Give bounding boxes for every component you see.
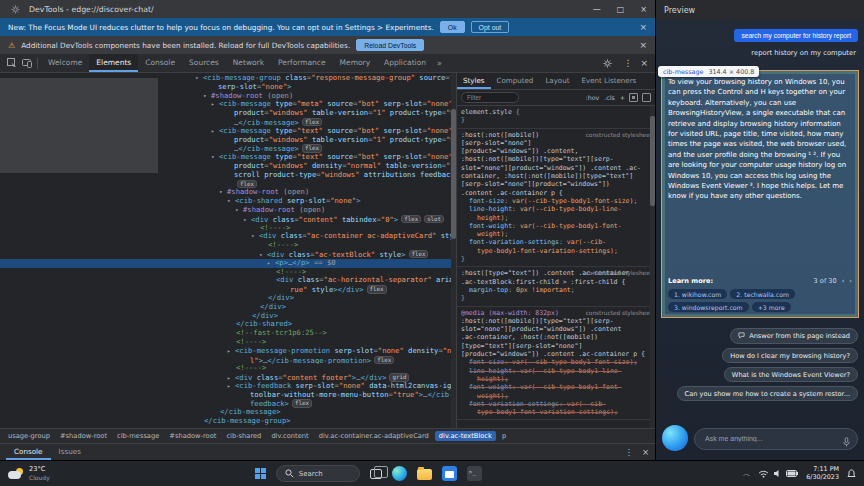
taskbar-search[interactable]: Search	[276, 465, 360, 482]
tree-row[interactable]: <!--fast-tcr1p6:25-->	[0, 329, 456, 338]
styles-toggle[interactable]: .cls	[604, 94, 615, 101]
tree-row[interactable]: …</cib-message>flex	[0, 118, 456, 127]
tree-row[interactable]: ▸<cib-message-promotion serp-slot="none"…	[0, 347, 456, 356]
ok-button[interactable]: Ok	[440, 21, 465, 33]
tab-elements[interactable]: Elements	[89, 54, 138, 72]
css-line[interactable]: [serp-slot="none"][product="windows"])	[461, 180, 651, 188]
stylesheet-source-link[interactable]: constructed stylesheet	[586, 131, 652, 139]
layout-badge[interactable]: flex	[302, 118, 322, 126]
stylesheet-source-link[interactable]: constructed stylesheet	[586, 309, 652, 317]
reload-devtools-button[interactable]: Reload DevTools	[356, 39, 424, 51]
tree-row[interactable]: ▸<div class="content footer">…</div>grid	[0, 373, 456, 382]
tree-row[interactable]: rue" style></div>flex	[0, 285, 456, 294]
terminal-icon[interactable]	[467, 466, 482, 481]
css-line[interactable]: :host(:not([mobile])[type="text"][serp-	[461, 317, 651, 325]
tree-row[interactable]: …</cib-message>flex	[0, 144, 456, 153]
edge-browser-icon[interactable]	[392, 466, 407, 481]
close-icon[interactable]: ×	[640, 5, 647, 14]
layout-badge[interactable]: slot	[424, 215, 444, 223]
more-tabs-icon[interactable]: »	[433, 59, 446, 68]
tree-row[interactable]: ▸<cib-feedback serp-slot="none" data-htm…	[0, 382, 456, 391]
drawer-tab-issues[interactable]: Issues	[51, 444, 89, 460]
layout-badge[interactable]: flex	[302, 144, 322, 152]
css-line[interactable]: element.style {	[461, 108, 651, 116]
css-line[interactable]: [product="windows"]) .content .ac-contai…	[461, 350, 651, 358]
layout-badge[interactable]: flex	[374, 356, 394, 364]
microphone-icon[interactable]	[843, 432, 850, 451]
drawer-more-menu-icon[interactable]: ⋮	[624, 447, 633, 457]
notifications-bell-icon[interactable]	[847, 469, 856, 479]
layout-badge[interactable]: flex	[237, 180, 257, 188]
css-line[interactable]: type-body1-font-variation-settings);	[461, 247, 651, 255]
twisty-closed-icon[interactable]: ▸	[227, 382, 235, 391]
css-line[interactable]: }	[461, 294, 651, 302]
tree-row[interactable]: </div>	[0, 303, 456, 312]
tree-row[interactable]: serp-slot="none">	[0, 83, 456, 92]
styles-filter-input[interactable]	[461, 92, 519, 103]
search-computer-button[interactable]: search my computer for history report	[734, 29, 858, 42]
file-explorer-icon[interactable]	[417, 469, 432, 480]
drawer-tab-console[interactable]: Console	[6, 444, 51, 460]
breadcrumb-item[interactable]: #shadow-root	[165, 431, 220, 441]
tree-row[interactable]: scroll product-type="windows" attributio…	[0, 171, 456, 180]
css-line[interactable]: line-height: var(--cib-type-body1-line-	[461, 205, 651, 213]
styles-tab-computed[interactable]: Computed	[491, 73, 540, 89]
twisty-closed-icon[interactable]: ▸	[211, 100, 219, 109]
breadcrumb-item[interactable]: div.ac-textBlock	[435, 431, 496, 441]
breadcrumb-item[interactable]: div.ac-container.ac-adaptiveCard	[315, 431, 433, 441]
ask-input[interactable]	[694, 428, 858, 450]
close-devtools-icon[interactable]: ×	[640, 58, 648, 68]
microsoft-store-icon[interactable]	[442, 466, 457, 481]
citation-chip[interactable]: 3. windowsreport.com	[668, 302, 749, 312]
maximize-icon[interactable]: □	[617, 5, 625, 14]
tree-row[interactable]: ▾<cib-shared serp-slot="none">	[0, 197, 456, 206]
minimize-icon[interactable]: —	[593, 5, 601, 14]
taskbar-clock[interactable]: 7:11 PM 6/30/2023	[806, 466, 839, 481]
css-line[interactable]: font-variation-settings: var(--cib-	[461, 400, 651, 408]
css-line[interactable]: [type="text"][serp-slot="none"]	[461, 342, 651, 350]
tree-row[interactable]: product="windows" table-version="1" prod…	[0, 109, 456, 118]
css-line[interactable]: container, :host(:not([mobile])[type="te…	[461, 172, 651, 180]
twisty-open-icon[interactable]: ▾	[259, 251, 267, 259]
bing-copilot-icon[interactable]	[662, 425, 688, 451]
tree-row[interactable]: <!---->	[0, 241, 456, 250]
tree-row[interactable]: </cib-shared>	[0, 320, 456, 329]
tree-row[interactable]: ▾<div class="ac-container ac-adaptiveCar…	[0, 232, 456, 241]
tree-row[interactable]: ▾<cib-message type="text" source="bot" s…	[0, 153, 456, 162]
styles-toggle[interactable]: +	[620, 94, 625, 101]
tree-row[interactable]: l">…</cib-message-promotion>flex	[0, 356, 456, 365]
twisty-open-icon[interactable]: ▾	[195, 74, 203, 83]
inspect-element-icon[interactable]	[4, 56, 19, 71]
css-line[interactable]: font-size: var(--cib-type-body1-font-siz…	[461, 358, 651, 366]
tree-row[interactable]: feedback>flex	[0, 399, 456, 408]
start-button-icon[interactable]	[255, 468, 266, 479]
tree-row[interactable]: ▾#shadow-root (open)	[0, 92, 456, 101]
css-line[interactable]: weight);	[461, 392, 651, 400]
css-line[interactable]: type-body1-font-variation-settings);	[461, 408, 651, 416]
next-citations-icon[interactable]: ›	[849, 277, 852, 285]
tray-status-icons[interactable]	[758, 469, 798, 478]
css-line[interactable]: .ac-container, :host(:not([mobile])	[461, 333, 651, 341]
css-line[interactable]: :host(:not([mobile])[type="text"][serp-	[461, 155, 651, 163]
twisty-closed-icon[interactable]: ▸	[227, 374, 235, 382]
tree-row[interactable]: ▸<cib-message type="text" source="bot" s…	[0, 127, 456, 136]
layout-badge[interactable]: grid	[389, 373, 409, 381]
weather-widget[interactable]: 23°C Cloudy	[8, 466, 50, 481]
drawer-close-icon[interactable]: ×	[642, 447, 649, 457]
settings-gear-icon[interactable]	[600, 56, 615, 71]
suggestion-pill[interactable]: Can you show me how to create a system r…	[677, 386, 858, 401]
tab-performance[interactable]: Performance	[271, 54, 333, 72]
tree-row[interactable]: <!---->	[0, 364, 456, 373]
css-line[interactable]: slot="none"][product="windows"]) .conten…	[461, 164, 651, 172]
css-line[interactable]: font-weight: var(--cib-type-body1-font-	[461, 222, 651, 230]
css-line[interactable]: margin-top: 0px !important;	[461, 286, 651, 294]
tree-row[interactable]: ▸<p>…</p> == $0	[0, 259, 456, 268]
tree-row[interactable]: ▾#shadow-root (open)	[0, 188, 456, 197]
tree-row[interactable]: toolbar-without-more-menu-button="true">…	[0, 391, 456, 400]
suggestion-pill[interactable]: How do I clear my browsing history?	[722, 348, 858, 363]
hidden-icons-chevron[interactable]: ︿	[743, 469, 751, 479]
css-line[interactable]: line-height: var(--cib-type-body1-line-	[461, 367, 651, 375]
css-line[interactable]: font-size: var(--cib-type-body1-font-siz…	[461, 197, 651, 205]
breadcrumb-item[interactable]: cib-message	[113, 431, 163, 441]
layout-badge[interactable]: flex	[292, 399, 312, 407]
